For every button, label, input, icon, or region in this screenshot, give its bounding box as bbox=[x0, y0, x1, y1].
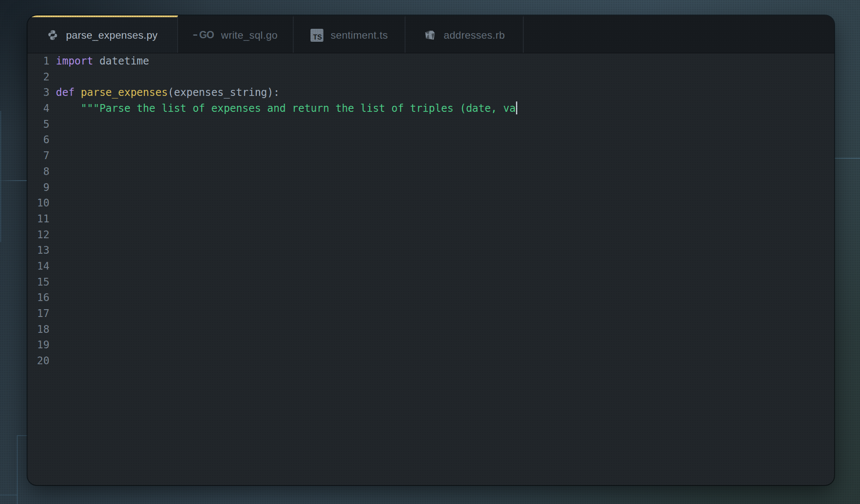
line-number: 16 bbox=[28, 290, 49, 306]
code-line[interactable]: 18 bbox=[28, 322, 834, 338]
line-number: 2 bbox=[28, 69, 49, 85]
code-line[interactable]: 16 bbox=[28, 290, 834, 306]
line-number: 18 bbox=[28, 322, 49, 338]
code-line[interactable]: 14 bbox=[28, 258, 834, 274]
code-line[interactable]: 9 bbox=[28, 180, 834, 196]
line-number: 19 bbox=[28, 337, 49, 353]
code-line[interactable]: 4 """Parse the list of expenses and retu… bbox=[28, 101, 834, 117]
code-line[interactable]: 11 bbox=[28, 211, 834, 227]
tab-bar: parse_expenses.py GO write_sql.go TS sen… bbox=[28, 15, 834, 53]
tab-parse-expenses-py[interactable]: parse_expenses.py bbox=[28, 15, 178, 53]
tab-label: sentiment.ts bbox=[331, 29, 388, 41]
typescript-icon: TS bbox=[310, 29, 323, 42]
line-number: 6 bbox=[28, 132, 49, 148]
line-number: 10 bbox=[28, 195, 49, 211]
ruby-icon bbox=[424, 29, 436, 42]
code-line[interactable]: 10 bbox=[28, 195, 834, 211]
line-number: 12 bbox=[28, 227, 49, 243]
go-icon: GO bbox=[193, 29, 214, 41]
code-line[interactable]: 2 bbox=[28, 69, 834, 85]
code-editor-window: parse_expenses.py GO write_sql.go TS sen… bbox=[28, 15, 834, 485]
code-line[interactable]: 15 bbox=[28, 274, 834, 290]
code-text: """Parse the list of expenses and return… bbox=[49, 101, 517, 117]
code-text: def parse_expenses(expenses_string): bbox=[49, 85, 280, 101]
background-circuit-line bbox=[0, 180, 27, 181]
code-area[interactable]: 1import datetime23def parse_expenses(exp… bbox=[28, 53, 834, 485]
background-circuit-line bbox=[0, 495, 17, 495]
python-icon bbox=[47, 29, 58, 41]
line-number: 17 bbox=[28, 306, 49, 322]
background-circuit-line bbox=[834, 158, 860, 159]
line-number: 8 bbox=[28, 164, 49, 180]
line-number: 7 bbox=[28, 148, 49, 164]
code-line[interactable]: 19 bbox=[28, 337, 834, 353]
line-number: 5 bbox=[28, 117, 49, 132]
line-number: 4 bbox=[28, 101, 49, 117]
code-line[interactable]: 7 bbox=[28, 148, 834, 164]
tab-sentiment-ts[interactable]: TS sentiment.ts bbox=[294, 15, 405, 53]
line-number: 3 bbox=[28, 85, 49, 101]
tab-label: addresses.rb bbox=[444, 29, 505, 41]
tab-addresses-rb[interactable]: addresses.rb bbox=[405, 15, 524, 53]
code-line[interactable]: 5 bbox=[28, 117, 834, 132]
code-line[interactable]: 13 bbox=[28, 243, 834, 258]
line-number: 20 bbox=[28, 353, 49, 369]
code-line[interactable]: 17 bbox=[28, 306, 834, 322]
line-number: 9 bbox=[28, 180, 49, 196]
line-number: 15 bbox=[28, 274, 49, 290]
background-accent-line bbox=[0, 111, 1, 242]
tab-label: parse_expenses.py bbox=[66, 29, 157, 41]
code-line[interactable]: 6 bbox=[28, 132, 834, 148]
desktop-background: { "tabs": [ { "label": "parse_expenses.p… bbox=[0, 0, 860, 504]
tab-write-sql-go[interactable]: GO write_sql.go bbox=[178, 15, 294, 53]
code-text: import datetime bbox=[49, 53, 149, 69]
tab-label: write_sql.go bbox=[221, 29, 278, 41]
code-line[interactable]: 20 bbox=[28, 353, 834, 369]
line-number: 1 bbox=[28, 53, 49, 69]
line-number: 14 bbox=[28, 258, 49, 274]
code-line[interactable]: 3def parse_expenses(expenses_string): bbox=[28, 85, 834, 101]
text-cursor bbox=[516, 101, 517, 114]
code-line[interactable]: 12 bbox=[28, 227, 834, 243]
code-line[interactable]: 8 bbox=[28, 164, 834, 180]
code-line[interactable]: 1import datetime bbox=[28, 53, 834, 69]
line-number: 11 bbox=[28, 211, 49, 227]
line-number: 13 bbox=[28, 243, 49, 258]
